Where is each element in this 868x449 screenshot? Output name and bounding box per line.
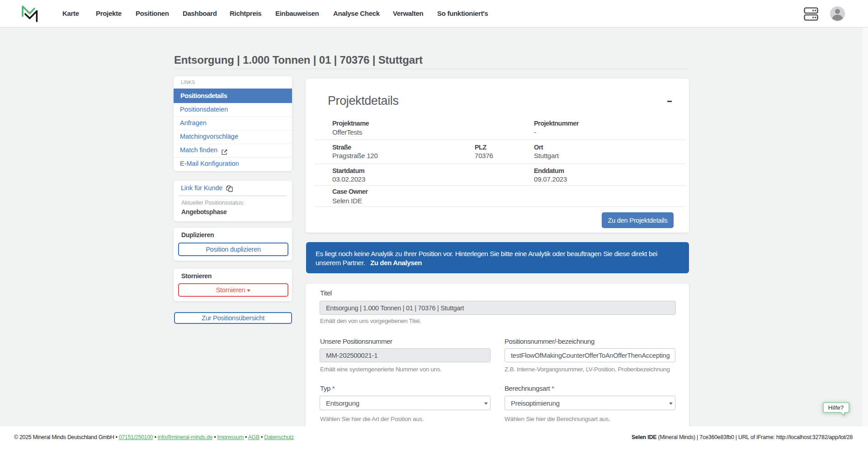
svg-text:Hilfe?: Hilfe?	[828, 404, 844, 411]
